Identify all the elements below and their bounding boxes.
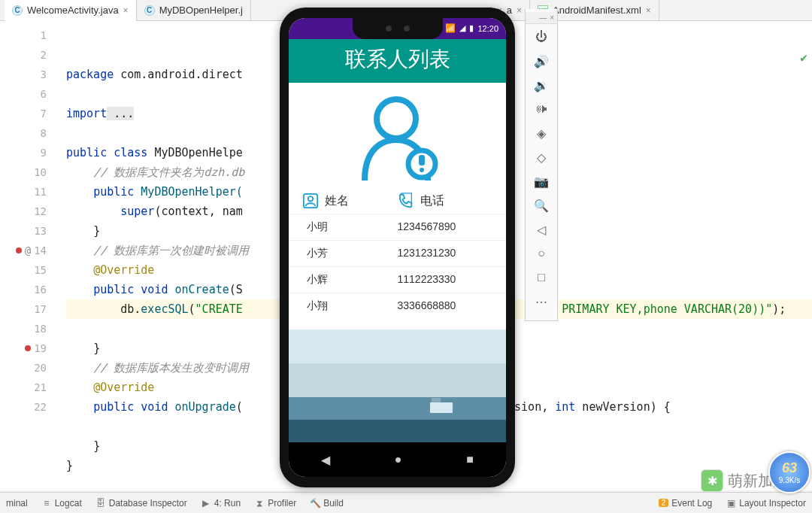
logcat-icon: ≡ bbox=[41, 498, 52, 508]
contact-row[interactable]: 小芳1231231230 bbox=[289, 240, 506, 266]
status-icons: 📶 ◢ ▮ 12:20 bbox=[445, 23, 498, 33]
nav-home-icon[interactable]: ● bbox=[395, 453, 402, 466]
signal-icon: ◢ bbox=[459, 23, 465, 33]
run-tab[interactable]: ▶4: Run bbox=[201, 498, 241, 508]
badge: 2 bbox=[659, 499, 669, 507]
nav-recents-icon[interactable]: ■ bbox=[466, 453, 474, 466]
emulator-titlebar: —× bbox=[526, 12, 557, 24]
footer-image bbox=[289, 329, 506, 442]
rotate-right-button[interactable]: ◇ bbox=[529, 146, 554, 168]
contact-list[interactable]: 小明1234567890小芳1231231230小辉1112223330小翔33… bbox=[289, 214, 506, 329]
battery-icon: ▮ bbox=[469, 23, 474, 33]
wechat-icon: ✱ bbox=[701, 469, 723, 492]
nav-back-icon[interactable]: ◀ bbox=[321, 453, 330, 467]
profiler-tab[interactable]: ⧗Profiler bbox=[254, 498, 296, 508]
line-gutter: 123678910111213@141516171819202122 bbox=[0, 21, 53, 490]
list-header: 姓名 电话 bbox=[289, 188, 506, 214]
rotate-left-button[interactable]: ◈ bbox=[529, 122, 554, 144]
build-tab[interactable]: 🔨Build bbox=[310, 498, 344, 508]
layout-icon: ▣ bbox=[726, 498, 736, 508]
clock: 12:20 bbox=[477, 24, 498, 33]
close-icon[interactable]: × bbox=[123, 5, 129, 16]
screenshot-button[interactable]: 📷 bbox=[529, 170, 554, 193]
minimize-icon[interactable]: — bbox=[539, 14, 547, 22]
person-icon bbox=[302, 193, 319, 209]
power-button[interactable]: ⏻ bbox=[529, 26, 554, 48]
avatar-zone bbox=[289, 83, 506, 188]
contact-row[interactable]: 小翔3336668880 bbox=[289, 293, 506, 319]
build-icon: 🔨 bbox=[310, 498, 320, 508]
tab-mydbopenhelper[interactable]: C MyDBOpenHelper.j bbox=[137, 0, 251, 21]
svg-point-0 bbox=[377, 99, 416, 138]
phone-screen[interactable]: 📶 ◢ ▮ 12:20 联系人列表 姓名 bbox=[289, 18, 506, 477]
tab-welcome[interactable]: C WelcomeActivity.java × bbox=[5, 0, 137, 21]
phone-notch bbox=[353, 18, 443, 39]
check-icon: ✔ bbox=[800, 48, 807, 68]
phone-frame: 📶 ◢ ▮ 12:20 联系人列表 姓名 bbox=[280, 8, 515, 487]
svg-point-5 bbox=[308, 196, 313, 201]
java-class-icon: C bbox=[144, 5, 155, 16]
close-icon[interactable]: × bbox=[517, 5, 522, 16]
zoom-button[interactable]: 🔍 bbox=[529, 194, 554, 217]
home-button[interactable]: ○ bbox=[529, 242, 554, 265]
mute-button[interactable]: 🕪 bbox=[529, 98, 554, 120]
database-icon: 🗄 bbox=[95, 498, 106, 508]
close-icon[interactable]: × bbox=[646, 5, 651, 16]
java-class-icon: C bbox=[12, 5, 23, 16]
svg-point-3 bbox=[420, 168, 424, 172]
contact-row[interactable]: 小辉1112223330 bbox=[289, 266, 506, 293]
column-name: 姓名 bbox=[302, 193, 398, 209]
emulator-toolbar: —× ⏻ 🔊 🔉 🕪 ◈ ◇ 📷 🔍 ◁ ○ □ ⋯ bbox=[525, 9, 558, 321]
avatar-icon bbox=[353, 92, 443, 182]
contact-row[interactable]: 小明1234567890 bbox=[289, 214, 506, 240]
logcat-tab[interactable]: ≡Logcat bbox=[41, 498, 82, 508]
back-button[interactable]: ◁ bbox=[529, 218, 554, 241]
close-icon[interactable]: × bbox=[550, 14, 554, 22]
event-log-tab[interactable]: 2Event Log bbox=[659, 498, 713, 508]
volume-down-button[interactable]: 🔉 bbox=[529, 74, 554, 96]
tab-label: MyDBOpenHelper.j bbox=[159, 5, 243, 16]
app-title: 联系人列表 bbox=[289, 39, 506, 83]
bottom-toolbar: minal ≡Logcat 🗄Database Inspector ▶4: Ru… bbox=[0, 492, 812, 513]
column-phone: 电话 bbox=[398, 193, 493, 209]
database-inspector-tab[interactable]: 🗄Database Inspector bbox=[95, 498, 187, 508]
profiler-icon: ⧗ bbox=[254, 498, 265, 508]
phone-icon bbox=[398, 193, 414, 209]
terminal-tab[interactable]: minal bbox=[6, 498, 28, 508]
nav-bar: ◀ ● ■ bbox=[289, 442, 506, 477]
svg-rect-2 bbox=[419, 155, 425, 165]
more-button[interactable]: ⋯ bbox=[529, 290, 554, 313]
network-speed-badge: 63 9.3K/s bbox=[768, 451, 810, 493]
emulator-window: 📶 ◢ ▮ 12:20 联系人列表 姓名 bbox=[280, 8, 515, 487]
wifi-icon: 📶 bbox=[445, 23, 456, 33]
volume-up-button[interactable]: 🔊 bbox=[529, 50, 554, 72]
tab-label: AndroidManifest.xml bbox=[553, 5, 641, 16]
run-icon: ▶ bbox=[201, 498, 211, 508]
layout-inspector-tab[interactable]: ▣Layout Inspector bbox=[726, 498, 806, 508]
tab-label: WelcomeActivity.java bbox=[27, 5, 119, 16]
overview-button[interactable]: □ bbox=[529, 266, 554, 289]
